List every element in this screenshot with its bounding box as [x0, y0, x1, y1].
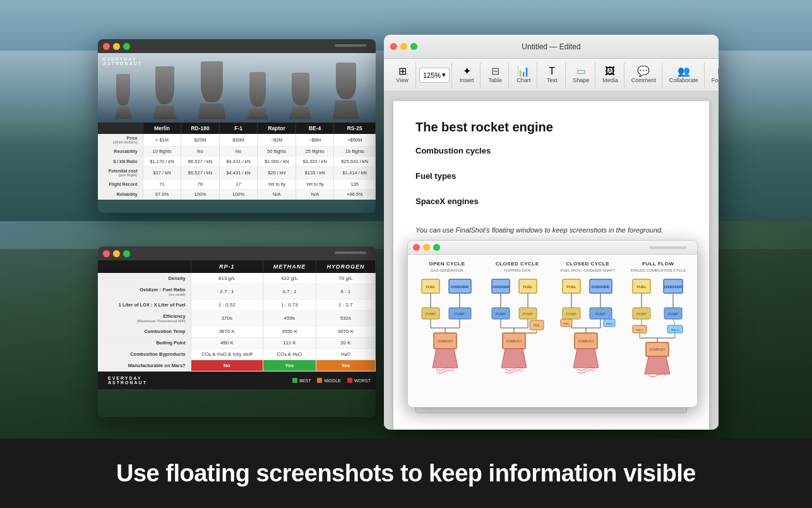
- float-window-2[interactable]: RP-1 METHANE HYDROGEN Density 813 g/L 42…: [98, 246, 376, 417]
- fuel-row-boiling: Boiling Point 490 K 111 K 20 K: [98, 337, 376, 349]
- svg-text:PUMP: PUMP: [455, 312, 465, 316]
- cycle-diagram-closed2: FUEL OXIDIZER PUMP PUMP COMBUST: [559, 276, 616, 380]
- cycle-title-closed1: CLOSED CYCLE: [496, 261, 539, 267]
- fuel-row-mars: Manufacturable on Mars? No Yes Yes: [98, 360, 376, 372]
- cycle-card-open: OPEN CYCLE GAS GENERATOR FUEL OXIDIZER P…: [414, 261, 480, 401]
- close-button-1[interactable]: [103, 43, 110, 50]
- fuel-comparison-table: RP-1 METHANE HYDROGEN Density 813 g/L 42…: [98, 260, 376, 372]
- svg-text:COMBUST: COMBUST: [506, 339, 522, 343]
- toolbar-view-btn[interactable]: ⊞ View: [391, 63, 414, 87]
- svg-text:FUEL: FUEL: [523, 285, 533, 289]
- chart-label: Chart: [516, 77, 530, 83]
- legend-middle-label: MIDDLE: [324, 378, 340, 383]
- svg-marker-86: [645, 356, 670, 374]
- fuel-label-byproducts: Combustion Byproducts: [98, 349, 191, 360]
- cycle-subtitle-closed1: TOPPING KICK: [504, 269, 531, 272]
- toolbar-chart-btn[interactable]: 📊 Chart: [512, 63, 535, 87]
- diagram-minimize-btn[interactable]: [423, 244, 430, 251]
- float-win-1-titlebar: [98, 39, 376, 53]
- shape-label: Shape: [573, 77, 589, 83]
- minimize-button-1[interactable]: [113, 43, 120, 50]
- everyday-astronaut-logo-2: EVERYDAYASTRONAUT: [103, 373, 152, 387]
- col-header-rs25: RS-25: [334, 123, 376, 134]
- toolbar-comment-btn[interactable]: 💬 Comment: [628, 63, 660, 87]
- format-label: Format: [712, 77, 719, 83]
- merlin-engine-img: [114, 74, 132, 119]
- toolbar-text-btn[interactable]: T Text: [540, 63, 563, 87]
- fuel-label-boiling: Boiling Point: [98, 337, 191, 349]
- svg-line-78: [673, 319, 675, 325]
- toolbar-media-btn[interactable]: 🖼 Media: [599, 63, 622, 87]
- diagram-scrollbar[interactable]: [649, 246, 687, 249]
- toolbar-group-collaborate: 👥 Collaborate: [664, 63, 705, 88]
- main-minimize-button[interactable]: [400, 43, 407, 50]
- zoom-button-2[interactable]: [123, 250, 130, 257]
- fuel-label-combustion-temp: Combustion Temp: [98, 326, 191, 337]
- view-icon: ⊞: [398, 66, 407, 76]
- text-icon: T: [549, 66, 555, 76]
- svg-text:PRE2: PRE2: [606, 322, 613, 325]
- fuel-col-label: [98, 260, 191, 273]
- svg-text:OXIDIZER: OXIDIZER: [592, 285, 610, 289]
- diagram-zoom-btn[interactable]: [433, 244, 440, 251]
- zoom-button-1[interactable]: [123, 43, 130, 50]
- diagram-close-btn[interactable]: [413, 244, 420, 251]
- fuel-col-hydrogen: HYDROGEN: [316, 260, 375, 273]
- doc-heading-2: Fuel types: [415, 171, 687, 181]
- svg-text:OXIDIZER: OXIDIZER: [451, 285, 469, 289]
- toolbar-group-insert: ✦ Insert: [453, 63, 481, 88]
- desktop: EVERYDAYASTRONAUT: [0, 0, 812, 508]
- toolbar-table-btn[interactable]: ⊟ Table: [484, 63, 506, 87]
- col-header-f1: F-1: [219, 123, 258, 134]
- scrollbar-1[interactable]: [335, 44, 366, 47]
- toolbar-group-comment: 💬 Comment: [626, 63, 662, 88]
- fuel-row-ratio: Oxidizer : Fuel Ratio(as used) 2.7 : 1 3…: [98, 284, 376, 299]
- svg-text:PRE: PRE: [534, 324, 540, 327]
- fuel-row-combustion-temp: Combustion Temp 3670 K 3550 K 3070 K: [98, 326, 376, 337]
- main-close-button[interactable]: [390, 43, 397, 50]
- fuel-label-efficiency: Efficiency(Maximum Theoretical ISP): [98, 311, 191, 326]
- toolbar-group-format: ≡ Format: [706, 63, 719, 88]
- mars-rp1-cell: No: [191, 360, 263, 372]
- mars-hydrogen-cell: Yes: [316, 360, 375, 372]
- zoom-control[interactable]: 125% ▾: [419, 68, 450, 83]
- legend-best-label: BEST: [299, 378, 311, 383]
- toolbar-group-table: ⊟ Table: [482, 63, 509, 88]
- diagram-window[interactable]: OPEN CYCLE GAS GENERATOR FUEL OXIDIZER P…: [407, 240, 698, 408]
- legend-row: EVERYDAYASTRONAUT BEST MIDDLE WORST: [98, 372, 376, 389]
- toolbar-shape-btn[interactable]: ▭ Shape: [569, 63, 593, 87]
- toolbar-group-text: T Text: [539, 63, 566, 88]
- shape-icon: ▭: [576, 66, 586, 76]
- minimize-button-2[interactable]: [113, 250, 120, 257]
- insert-icon: ✦: [463, 66, 471, 76]
- svg-text:OXIDIZER: OXIDIZER: [492, 285, 510, 289]
- svg-text:PUMP: PUMP: [595, 312, 606, 316]
- cycle-title-closed2: CLOSED CYCLE: [566, 261, 609, 267]
- float-win-2-titlebar: [98, 246, 376, 260]
- main-traffic-lights: [390, 43, 417, 50]
- svg-text:PRE-F: PRE-F: [636, 329, 644, 332]
- cycle-card-closed1: CLOSED CYCLE TOPPING KICK OXIDIZER FUEL …: [485, 261, 551, 401]
- f1-engine-img: [198, 61, 226, 119]
- toolbar-format-btn[interactable]: ≡ Format: [708, 63, 719, 87]
- cycle-subtitle-closed2: FUEL RICH / OXIDIZER SHAFT: [561, 269, 615, 272]
- svg-text:PRE1: PRE1: [563, 322, 570, 325]
- table-icon: ⊟: [491, 66, 499, 76]
- main-zoom-button[interactable]: [410, 43, 417, 50]
- legend-worst: WORST: [347, 378, 371, 383]
- table-row: Reliability 97.0% 100% 100% N/A N/A +96.…: [98, 190, 376, 200]
- toolbar-insert-btn[interactable]: ✦ Insert: [455, 63, 478, 87]
- toolbar-collaborate-btn[interactable]: 👥 Collaborate: [666, 63, 702, 87]
- comment-icon: 💬: [637, 66, 650, 76]
- cycle-card-closed2: CLOSED CYCLE FUEL RICH / OXIDIZER SHAFT …: [555, 261, 621, 401]
- float-window-1[interactable]: EVERYDAYASTRONAUT: [98, 39, 376, 213]
- scrollbar-2[interactable]: [335, 251, 366, 254]
- fuel-row-byproducts: Combustion Byproducts CO₂ & H₂O & icky s…: [98, 349, 376, 360]
- toolbar-group-chart: 📊 Chart: [510, 63, 537, 88]
- media-icon: 🖼: [605, 66, 615, 76]
- raptor-engine-img: [247, 72, 268, 119]
- cycle-diagram-open: FUEL OXIDIZER PUMP PUMP: [419, 276, 475, 380]
- close-button-2[interactable]: [103, 250, 110, 257]
- legend-best: BEST: [292, 378, 311, 383]
- svg-text:OXIDIZER: OXIDIZER: [664, 285, 683, 289]
